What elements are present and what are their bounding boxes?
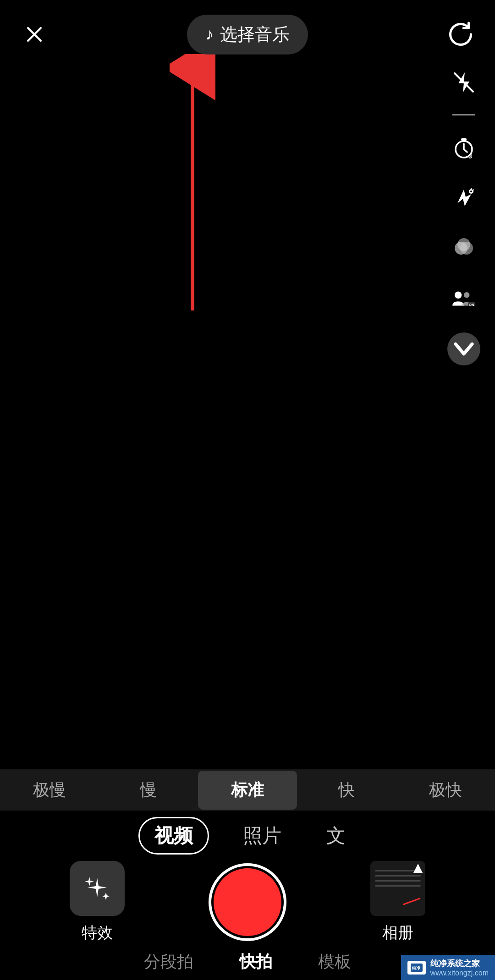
- svg-rect-4: [461, 138, 467, 141]
- sparkle-icon: [81, 872, 113, 904]
- capture-mode-tabs: 视频 照片 文: [0, 815, 495, 856]
- svg-text:纯净: 纯净: [412, 966, 421, 970]
- svg-text:ON: ON: [469, 303, 474, 307]
- mode-tab-text[interactable]: 文: [315, 818, 357, 853]
- svg-point-13: [455, 291, 462, 299]
- right-icon-panel: 3 ON: [446, 64, 482, 365]
- svg-marker-19: [413, 864, 423, 873]
- speed-item-man[interactable]: 慢: [99, 771, 198, 810]
- bottom-controls: 特效 相册: [0, 861, 495, 943]
- timer-button[interactable]: 3: [446, 129, 482, 166]
- mode-tab-photo[interactable]: 照片: [232, 818, 292, 853]
- album-thumbnail: [370, 861, 425, 916]
- speed-item-jiman[interactable]: 极慢: [0, 771, 99, 810]
- effects-button[interactable]: 特效: [70, 861, 125, 943]
- speed-selector: 极慢 慢 标准 快 极快: [0, 769, 495, 811]
- beauty-button[interactable]: [446, 180, 482, 216]
- nav-item-template[interactable]: 模板: [318, 951, 351, 973]
- svg-point-14: [464, 292, 469, 298]
- svg-text:3: 3: [468, 152, 472, 160]
- music-icon: ♪: [205, 25, 214, 44]
- watermark-icon: 纯净: [407, 961, 426, 975]
- album-button[interactable]: 相册: [370, 861, 425, 943]
- refresh-button[interactable]: [445, 18, 477, 50]
- mode-tab-video[interactable]: 视频: [138, 817, 209, 855]
- nav-item-segment[interactable]: 分段拍: [144, 951, 193, 973]
- album-arrow-icon: [413, 864, 423, 873]
- album-label: 相册: [382, 922, 413, 943]
- select-music-button[interactable]: ♪ 选择音乐: [187, 15, 308, 54]
- close-button[interactable]: [18, 18, 50, 50]
- watermark: 纯净 纯净系统之家 www.xitongzj.com: [401, 955, 495, 980]
- watermark-text: 纯净系统之家 www.xitongzj.com: [430, 958, 489, 977]
- svg-point-12: [457, 238, 470, 251]
- effects-icon-box: [70, 861, 125, 916]
- expand-button[interactable]: [447, 332, 480, 365]
- svg-line-9: [473, 190, 474, 191]
- red-arrow: [170, 54, 215, 320]
- svg-point-7: [470, 191, 472, 192]
- record-inner-circle: [214, 868, 281, 936]
- speed-item-kuai[interactable]: 快: [297, 771, 396, 810]
- top-bar: ♪ 选择音乐: [0, 0, 495, 55]
- speed-item-standard[interactable]: 标准: [198, 771, 297, 810]
- effects-label: 特效: [82, 922, 113, 943]
- filter-button[interactable]: [446, 230, 482, 267]
- speed-item-jikuai[interactable]: 极快: [396, 771, 495, 810]
- divider: [452, 114, 475, 115]
- nav-item-quickshot[interactable]: 快拍: [239, 951, 272, 973]
- music-button-label: 选择音乐: [220, 23, 290, 46]
- flash-off-button[interactable]: [446, 64, 482, 101]
- collab-button[interactable]: ON: [446, 280, 482, 317]
- record-button[interactable]: [209, 863, 286, 941]
- camera-viewport: [0, 0, 495, 742]
